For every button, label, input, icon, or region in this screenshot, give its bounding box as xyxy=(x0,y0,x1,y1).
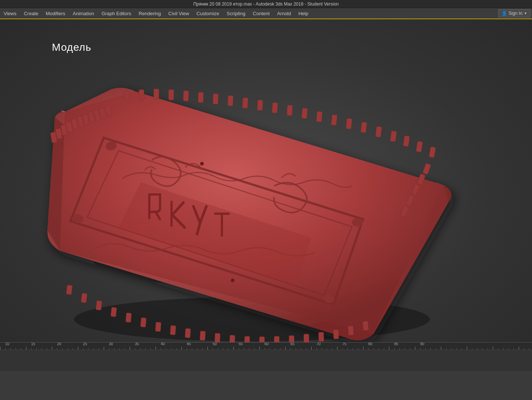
menu-item-rendering[interactable]: Rendering xyxy=(135,9,164,18)
viewport-label: Модель xyxy=(52,41,92,53)
title-text: Пряник 20 08 2019 итор.max - Autodesk 3d… xyxy=(193,1,339,7)
svg-rect-55 xyxy=(126,313,132,322)
svg-rect-56 xyxy=(111,307,117,317)
svg-rect-49 xyxy=(215,333,220,343)
timeline-label: 70 xyxy=(316,343,320,346)
svg-point-69 xyxy=(200,162,204,166)
svg-rect-59 xyxy=(66,285,73,295)
timeline-label: 75 xyxy=(342,343,346,346)
timeline-label: 40 xyxy=(161,343,165,346)
model-container xyxy=(30,38,474,356)
svg-rect-14 xyxy=(154,89,159,99)
timeline-label: 25 xyxy=(83,343,87,346)
svg-rect-52 xyxy=(170,326,176,335)
menu-item-help[interactable]: Help xyxy=(295,9,312,18)
timeline-label: 55 xyxy=(239,343,243,346)
timeline-ruler: 1015202530354045505560657075808590 xyxy=(0,343,532,350)
timeline-label: 80 xyxy=(368,343,372,346)
menu-item-modifiers[interactable]: Modifiers xyxy=(42,9,69,18)
menu-item-arnold[interactable]: Arnold xyxy=(273,9,295,18)
menu-item-customize[interactable]: Customize xyxy=(193,9,223,18)
svg-rect-27 xyxy=(346,118,352,129)
menu-item-scripting[interactable]: Scripting xyxy=(223,9,249,18)
svg-rect-41 xyxy=(333,330,339,339)
svg-rect-25 xyxy=(316,111,322,122)
timeline-label: 60 xyxy=(265,343,269,346)
viewport[interactable]: Модель xyxy=(0,19,532,371)
svg-rect-33 xyxy=(429,147,436,158)
svg-rect-19 xyxy=(228,96,233,106)
svg-rect-23 xyxy=(287,105,293,116)
svg-rect-29 xyxy=(375,126,382,137)
menu-item-views[interactable]: Views xyxy=(0,9,20,18)
svg-rect-17 xyxy=(198,92,203,103)
svg-rect-16 xyxy=(183,91,189,101)
svg-rect-57 xyxy=(96,300,102,310)
sign-in-area: 👤 Sign In xyxy=(498,8,532,19)
svg-point-70 xyxy=(231,279,235,282)
svg-rect-24 xyxy=(302,108,307,119)
user-icon: 👤 xyxy=(502,11,507,16)
svg-rect-28 xyxy=(360,122,367,133)
title-bar: Пряник 20 08 2019 итор.max - Autodesk 3d… xyxy=(0,0,532,8)
timeline-label: 15 xyxy=(31,343,35,346)
svg-rect-40 xyxy=(348,326,354,336)
timeline-label: 85 xyxy=(394,343,398,346)
svg-rect-18 xyxy=(213,94,219,104)
timeline-label: 20 xyxy=(57,343,61,346)
svg-rect-12 xyxy=(124,91,130,101)
menu-bar: Views Create Modifiers Animation Graph E… xyxy=(0,8,532,19)
timeline-label: 50 xyxy=(213,343,217,346)
svg-rect-34 xyxy=(423,163,431,174)
svg-rect-58 xyxy=(81,293,87,303)
timeline-label: 65 xyxy=(290,343,295,346)
menu-item-graph-editors[interactable]: Graph Editors xyxy=(98,9,135,18)
svg-rect-42 xyxy=(319,332,324,341)
timeline-label: 45 xyxy=(187,343,191,346)
svg-rect-32 xyxy=(416,141,423,152)
svg-rect-53 xyxy=(155,322,161,332)
svg-rect-39 xyxy=(363,321,369,330)
svg-rect-13 xyxy=(139,90,144,100)
svg-rect-21 xyxy=(257,100,263,111)
menu-item-animation[interactable]: Animation xyxy=(69,9,98,18)
svg-rect-50 xyxy=(200,331,205,341)
menu-item-create[interactable]: Create xyxy=(20,9,42,18)
svg-rect-20 xyxy=(242,98,248,109)
svg-rect-64 xyxy=(148,193,150,219)
menu-item-civil-view[interactable]: Civil View xyxy=(164,9,193,18)
timeline-label: 10 xyxy=(5,343,9,346)
menu-item-content[interactable]: Content xyxy=(249,9,273,18)
svg-rect-30 xyxy=(390,131,397,142)
svg-rect-15 xyxy=(169,90,174,100)
timeline-label: 30 xyxy=(109,343,113,346)
svg-rect-51 xyxy=(185,329,190,338)
timeline-track[interactable] xyxy=(0,350,532,371)
timeline: 1015202530354045505560657075808590 xyxy=(0,342,532,371)
svg-rect-54 xyxy=(140,317,146,327)
sign-in-button[interactable]: 👤 Sign In xyxy=(498,9,531,17)
svg-rect-68 xyxy=(221,213,223,237)
timeline-label: 90 xyxy=(420,343,424,346)
sign-in-label: Sign In xyxy=(509,11,522,16)
svg-rect-22 xyxy=(272,103,278,113)
timeline-label: 35 xyxy=(135,343,139,346)
svg-rect-31 xyxy=(403,136,410,147)
svg-rect-26 xyxy=(331,114,338,125)
svg-rect-65 xyxy=(148,193,160,196)
